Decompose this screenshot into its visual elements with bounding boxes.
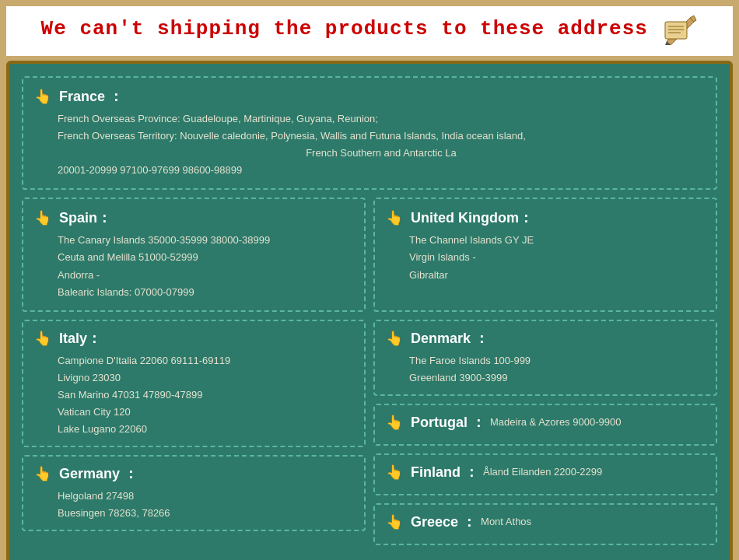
denmark-finger-icon: 👆	[386, 330, 403, 347]
italy-content: Campione D'Italia 22060 69111-69119 Livi…	[34, 352, 353, 438]
spain-section: 👆 Spain： The Canary Islands 35000-35999 …	[22, 198, 366, 311]
denmark-content: The Faroe Islands 100-999 Greenland 3900…	[386, 352, 705, 387]
right-column: 👆 Denmark ： The Faroe Islands 100-999 Gr…	[373, 320, 717, 553]
portugal-finger-icon: 👆	[386, 414, 403, 431]
spain-content: The Canary Islands 35000-35999 38000-389…	[34, 232, 353, 300]
bottom-grid: 👆 Italy： Campione D'Italia 22060 69111-6…	[22, 320, 717, 553]
germany-title: 👆 Germany ：	[34, 464, 353, 483]
greece-section: 👆 Greece ： Mont Athos	[373, 503, 717, 545]
finland-title: 👆 Finland ： Åland Eilanden 2200-2299	[386, 463, 705, 481]
finland-section: 👆 Finland ： Åland Eilanden 2200-2299	[373, 453, 717, 495]
germany-content: Helgoland 27498 Buesingen 78263, 78266	[34, 488, 353, 522]
italy-section: 👆 Italy： Campione D'Italia 22060 69111-6…	[22, 320, 366, 447]
uk-content: The Channel Islands GY JE Virgin Islands…	[386, 232, 705, 283]
svg-rect-3	[665, 22, 687, 39]
denmark-section: 👆 Denmark ： The Faroe Islands 100-999 Gr…	[373, 320, 717, 396]
left-column: 👆 Italy： Campione D'Italia 22060 69111-6…	[22, 320, 366, 553]
shipping-board: 👆 France ： French Overseas Province: Gua…	[6, 61, 733, 560]
france-content: French Overseas Province: Guadeloupe, Ma…	[34, 110, 705, 179]
greece-finger-icon: 👆	[386, 513, 403, 530]
germany-section: 👆 Germany ： Helgoland 27498 Buesingen 78…	[22, 455, 366, 531]
spain-title: 👆 Spain：	[34, 208, 353, 227]
spain-uk-row: 👆 Spain： The Canary Islands 35000-35999 …	[22, 198, 717, 319]
portugal-title: 👆 Portugal ： Madeira & Azores 9000-9900	[386, 413, 705, 432]
book-icon	[659, 14, 698, 48]
uk-finger-icon: 👆	[386, 209, 403, 226]
spain-finger-icon: 👆	[34, 209, 51, 226]
uk-section: 👆 United Kingdom： The Channel Islands GY…	[373, 198, 717, 311]
uk-title: 👆 United Kingdom：	[386, 208, 705, 227]
header-title: We can't shipping the products to these …	[41, 17, 648, 40]
portugal-section: 👆 Portugal ： Madeira & Azores 9000-9900	[373, 404, 717, 446]
header-bar: We can't shipping the products to these …	[6, 6, 733, 56]
page-wrapper: We can't shipping the products to these …	[0, 0, 739, 560]
italy-title: 👆 Italy：	[34, 329, 353, 348]
france-finger-icon: 👆	[34, 88, 51, 105]
finland-finger-icon: 👆	[386, 464, 403, 481]
denmark-title: 👆 Denmark ：	[386, 329, 705, 348]
italy-finger-icon: 👆	[34, 330, 51, 347]
france-title: 👆 France ：	[34, 87, 705, 106]
france-section: 👆 France ： French Overseas Province: Gua…	[22, 76, 717, 190]
germany-finger-icon: 👆	[34, 465, 51, 482]
greece-title: 👆 Greece ： Mont Athos	[386, 513, 705, 531]
